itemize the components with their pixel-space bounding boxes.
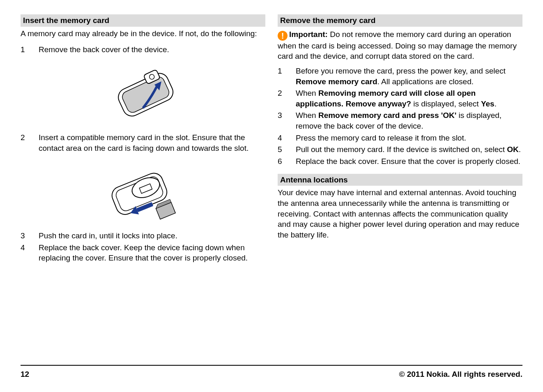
- step-text: Remove the back cover of the device.: [39, 44, 265, 55]
- section-header-insert: Insert the memory card: [21, 14, 265, 27]
- list-item: 4 Replace the back cover. Keep the devic…: [21, 242, 265, 263]
- step-text: Push the card in, until it locks into pl…: [39, 231, 265, 241]
- step-number: 5: [278, 144, 296, 155]
- step-number: 2: [278, 88, 296, 99]
- right-column: Remove the memory card !Important: Do no…: [278, 14, 522, 364]
- list-item: 1 Remove the back cover of the device.: [21, 44, 265, 55]
- antenna-text: Your device may have internal and extern…: [278, 187, 522, 240]
- step-text: Insert a compatible memory card in the s…: [39, 132, 265, 153]
- list-item: 6 Replace the back cover. Ensure that th…: [278, 156, 522, 167]
- step-number: 6: [278, 156, 296, 167]
- step-text: Press the memory card to release it from…: [296, 133, 522, 143]
- step-text: When Remove memory card and press 'OK' i…: [296, 110, 522, 131]
- list-item: 2 When Removing memory card will close a…: [278, 88, 522, 109]
- list-item: 1 Before you remove the card, press the …: [278, 66, 522, 87]
- list-item: 4 Press the memory card to release it fr…: [278, 133, 522, 143]
- step-number: 1: [278, 66, 296, 76]
- step-number: 1: [21, 44, 39, 55]
- device-remove-cover-icon: [102, 61, 184, 127]
- step-text: Replace the back cover. Ensure that the …: [296, 156, 522, 167]
- page-columns: Insert the memory card A memory card may…: [21, 14, 522, 364]
- intro-text: A memory card may already be in the devi…: [21, 28, 265, 39]
- page-footer: 12 © 2011 Nokia. All rights reserved.: [21, 365, 522, 380]
- list-item: 3 When Remove memory card and press 'OK'…: [278, 110, 522, 131]
- list-item: 3 Push the card in, until it locks into …: [21, 231, 265, 241]
- warning-icon: !: [278, 31, 288, 41]
- illustration-remove-cover: [21, 61, 265, 127]
- step-text: Before you remove the card, press the po…: [296, 66, 522, 87]
- copyright-text: © 2011 Nokia. All rights reserved.: [399, 369, 522, 380]
- step-number: 4: [21, 242, 39, 253]
- step-number: 4: [278, 133, 296, 143]
- illustration-insert-card: [21, 159, 265, 225]
- step-text: Pull out the memory card. If the device …: [296, 144, 522, 155]
- list-item: 5 Pull out the memory card. If the devic…: [278, 144, 522, 155]
- section-header-remove: Remove the memory card: [278, 14, 522, 27]
- important-label: Important:: [289, 30, 328, 39]
- device-insert-card-icon: [100, 159, 186, 225]
- step-text: Replace the back cover. Keep the device …: [39, 242, 265, 263]
- section-header-antenna: Antenna locations: [278, 174, 522, 186]
- step-number: 2: [21, 132, 39, 143]
- left-column: Insert the memory card A memory card may…: [21, 14, 265, 364]
- step-text: When Removing memory card will close all…: [296, 88, 522, 109]
- important-callout: !Important: Do not remove the memory car…: [278, 29, 522, 62]
- step-number: 3: [21, 231, 39, 241]
- step-number: 3: [278, 110, 296, 121]
- list-item: 2 Insert a compatible memory card in the…: [21, 132, 265, 153]
- page-number: 12: [21, 369, 29, 380]
